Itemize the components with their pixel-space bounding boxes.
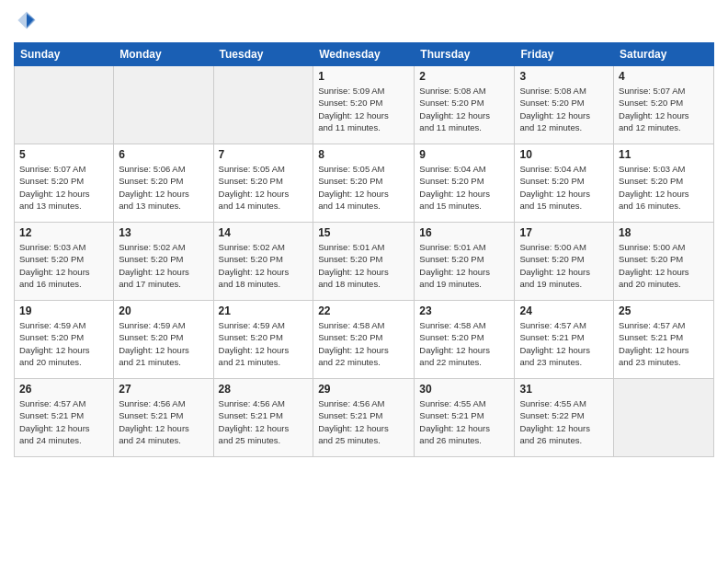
day-number: 22 <box>318 304 409 317</box>
header <box>14 9 714 35</box>
day-number: 28 <box>219 383 309 396</box>
day-number: 29 <box>318 383 409 396</box>
calendar-container: SundayMondayTuesdayWednesdayThursdayFrid… <box>0 0 728 563</box>
day-info: Sunrise: 5:00 AM Sunset: 5:20 PM Dayligh… <box>519 241 609 290</box>
calendar-cell: 7Sunrise: 5:05 AM Sunset: 5:20 PM Daylig… <box>213 144 313 223</box>
calendar-week-row: 5Sunrise: 5:07 AM Sunset: 5:20 PM Daylig… <box>15 144 714 223</box>
day-number: 15 <box>318 226 409 239</box>
day-info: Sunrise: 5:01 AM Sunset: 5:20 PM Dayligh… <box>419 241 509 290</box>
day-info: Sunrise: 4:58 AM Sunset: 5:20 PM Dayligh… <box>318 319 409 368</box>
day-info: Sunrise: 5:02 AM Sunset: 5:20 PM Dayligh… <box>219 241 309 290</box>
day-info: Sunrise: 5:00 AM Sunset: 5:20 PM Dayligh… <box>619 241 709 290</box>
day-number: 10 <box>519 148 609 161</box>
calendar-cell: 6Sunrise: 5:06 AM Sunset: 5:20 PM Daylig… <box>114 144 213 223</box>
calendar-cell: 27Sunrise: 4:56 AM Sunset: 5:21 PM Dayli… <box>114 379 213 457</box>
calendar-cell: 4Sunrise: 5:07 AM Sunset: 5:20 PM Daylig… <box>614 66 714 144</box>
day-info: Sunrise: 4:56 AM Sunset: 5:21 PM Dayligh… <box>119 397 208 446</box>
day-number: 20 <box>119 304 208 317</box>
day-info: Sunrise: 5:02 AM Sunset: 5:20 PM Dayligh… <box>119 241 208 290</box>
day-info: Sunrise: 5:03 AM Sunset: 5:20 PM Dayligh… <box>19 241 108 290</box>
day-number: 9 <box>419 148 509 161</box>
day-number: 4 <box>619 70 709 83</box>
day-info: Sunrise: 4:55 AM Sunset: 5:22 PM Dayligh… <box>519 397 609 446</box>
day-info: Sunrise: 5:08 AM Sunset: 5:20 PM Dayligh… <box>419 85 509 133</box>
calendar-cell: 16Sunrise: 5:01 AM Sunset: 5:20 PM Dayli… <box>415 223 515 301</box>
calendar-day-header: Wednesday <box>313 43 415 66</box>
day-number: 14 <box>219 226 309 239</box>
day-number: 17 <box>519 226 609 239</box>
calendar-cell: 19Sunrise: 4:59 AM Sunset: 5:20 PM Dayli… <box>15 301 114 379</box>
day-number: 30 <box>419 383 509 396</box>
calendar-cell: 23Sunrise: 4:58 AM Sunset: 5:20 PM Dayli… <box>415 301 515 379</box>
day-info: Sunrise: 5:05 AM Sunset: 5:20 PM Dayligh… <box>318 163 409 212</box>
day-info: Sunrise: 5:01 AM Sunset: 5:20 PM Dayligh… <box>318 241 409 290</box>
calendar-day-header: Monday <box>114 43 213 66</box>
day-info: Sunrise: 5:09 AM Sunset: 5:20 PM Dayligh… <box>318 85 409 133</box>
day-number: 21 <box>219 304 309 317</box>
day-number: 27 <box>119 383 208 396</box>
day-info: Sunrise: 4:57 AM Sunset: 5:21 PM Dayligh… <box>619 319 709 368</box>
day-number: 3 <box>519 70 609 83</box>
day-number: 26 <box>19 383 108 396</box>
day-info: Sunrise: 4:59 AM Sunset: 5:20 PM Dayligh… <box>219 319 309 368</box>
logo <box>14 9 38 35</box>
calendar-cell: 18Sunrise: 5:00 AM Sunset: 5:20 PM Dayli… <box>614 223 714 301</box>
day-info: Sunrise: 5:07 AM Sunset: 5:20 PM Dayligh… <box>619 85 709 133</box>
day-number: 31 <box>519 383 609 396</box>
calendar-cell: 21Sunrise: 4:59 AM Sunset: 5:20 PM Dayli… <box>213 301 313 379</box>
day-info: Sunrise: 5:04 AM Sunset: 5:20 PM Dayligh… <box>519 163 609 212</box>
day-number: 7 <box>219 148 309 161</box>
day-info: Sunrise: 4:56 AM Sunset: 5:21 PM Dayligh… <box>318 397 409 446</box>
day-info: Sunrise: 4:56 AM Sunset: 5:21 PM Dayligh… <box>219 397 309 446</box>
calendar-cell: 10Sunrise: 5:04 AM Sunset: 5:20 PM Dayli… <box>515 144 614 223</box>
calendar-cell: 2Sunrise: 5:08 AM Sunset: 5:20 PM Daylig… <box>415 66 515 144</box>
day-number: 1 <box>318 70 409 83</box>
calendar-day-header: Saturday <box>614 43 714 66</box>
calendar-cell: 1Sunrise: 5:09 AM Sunset: 5:20 PM Daylig… <box>313 66 415 144</box>
calendar-day-header: Tuesday <box>213 43 313 66</box>
day-info: Sunrise: 5:06 AM Sunset: 5:20 PM Dayligh… <box>119 163 208 212</box>
calendar-cell: 9Sunrise: 5:04 AM Sunset: 5:20 PM Daylig… <box>415 144 515 223</box>
calendar-cell: 24Sunrise: 4:57 AM Sunset: 5:21 PM Dayli… <box>515 301 614 379</box>
calendar-cell: 20Sunrise: 4:59 AM Sunset: 5:20 PM Dayli… <box>114 301 213 379</box>
calendar-cell: 5Sunrise: 5:07 AM Sunset: 5:20 PM Daylig… <box>15 144 114 223</box>
day-number: 13 <box>119 226 208 239</box>
day-info: Sunrise: 4:55 AM Sunset: 5:21 PM Dayligh… <box>419 397 509 446</box>
day-number: 18 <box>619 226 709 239</box>
calendar-cell: 17Sunrise: 5:00 AM Sunset: 5:20 PM Dayli… <box>515 223 614 301</box>
calendar-table: SundayMondayTuesdayWednesdayThursdayFrid… <box>14 42 714 457</box>
day-info: Sunrise: 4:57 AM Sunset: 5:21 PM Dayligh… <box>519 319 609 368</box>
calendar-cell: 8Sunrise: 5:05 AM Sunset: 5:20 PM Daylig… <box>313 144 415 223</box>
calendar-day-header: Friday <box>515 43 614 66</box>
day-number: 12 <box>19 226 108 239</box>
day-info: Sunrise: 5:07 AM Sunset: 5:20 PM Dayligh… <box>19 163 108 212</box>
calendar-cell <box>15 66 114 144</box>
calendar-cell: 15Sunrise: 5:01 AM Sunset: 5:20 PM Dayli… <box>313 223 415 301</box>
calendar-cell: 11Sunrise: 5:03 AM Sunset: 5:20 PM Dayli… <box>614 144 714 223</box>
calendar-cell: 28Sunrise: 4:56 AM Sunset: 5:21 PM Dayli… <box>213 379 313 457</box>
calendar-cell <box>213 66 313 144</box>
day-info: Sunrise: 5:03 AM Sunset: 5:20 PM Dayligh… <box>619 163 709 212</box>
calendar-cell: 14Sunrise: 5:02 AM Sunset: 5:20 PM Dayli… <box>213 223 313 301</box>
calendar-cell: 22Sunrise: 4:58 AM Sunset: 5:20 PM Dayli… <box>313 301 415 379</box>
calendar-cell: 13Sunrise: 5:02 AM Sunset: 5:20 PM Dayli… <box>114 223 213 301</box>
calendar-header-row: SundayMondayTuesdayWednesdayThursdayFrid… <box>15 43 714 66</box>
day-number: 25 <box>619 304 709 317</box>
calendar-cell: 25Sunrise: 4:57 AM Sunset: 5:21 PM Dayli… <box>614 301 714 379</box>
calendar-day-header: Sunday <box>15 43 114 66</box>
calendar-cell: 29Sunrise: 4:56 AM Sunset: 5:21 PM Dayli… <box>313 379 415 457</box>
day-info: Sunrise: 5:04 AM Sunset: 5:20 PM Dayligh… <box>419 163 509 212</box>
calendar-week-row: 26Sunrise: 4:57 AM Sunset: 5:21 PM Dayli… <box>15 379 714 457</box>
calendar-cell: 31Sunrise: 4:55 AM Sunset: 5:22 PM Dayli… <box>515 379 614 457</box>
calendar-week-row: 12Sunrise: 5:03 AM Sunset: 5:20 PM Dayli… <box>15 223 714 301</box>
calendar-cell: 12Sunrise: 5:03 AM Sunset: 5:20 PM Dayli… <box>15 223 114 301</box>
calendar-day-header: Thursday <box>415 43 515 66</box>
day-info: Sunrise: 4:59 AM Sunset: 5:20 PM Dayligh… <box>119 319 208 368</box>
day-info: Sunrise: 4:59 AM Sunset: 5:20 PM Dayligh… <box>19 319 108 368</box>
calendar-cell: 30Sunrise: 4:55 AM Sunset: 5:21 PM Dayli… <box>415 379 515 457</box>
calendar-week-row: 19Sunrise: 4:59 AM Sunset: 5:20 PM Dayli… <box>15 301 714 379</box>
calendar-cell <box>114 66 213 144</box>
day-number: 6 <box>119 148 208 161</box>
day-number: 19 <box>19 304 108 317</box>
day-number: 16 <box>419 226 509 239</box>
